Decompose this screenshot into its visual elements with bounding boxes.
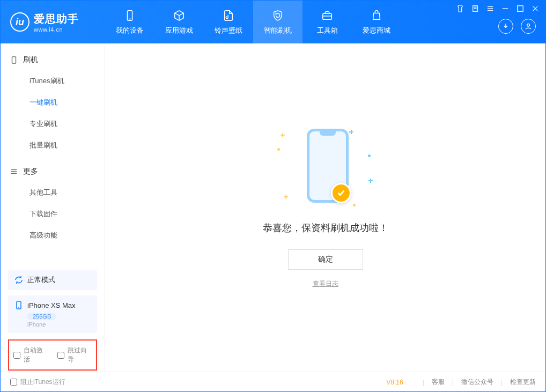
checkbox-label: 阻止iTunes运行 xyxy=(20,378,65,387)
maximize-icon[interactable] xyxy=(517,5,524,12)
device-card[interactable]: iPhone XS Max 256GB iPhone xyxy=(8,295,97,333)
window-controls xyxy=(456,5,539,12)
main-content: 恭喜您，保资料刷机成功啦！ 确定 查看日志 xyxy=(105,43,545,372)
phone-icon xyxy=(123,9,137,23)
status-bar: 阻止iTunes运行 V8.16 | 客服 | 微信公众号 | 检查更新 xyxy=(1,372,545,392)
menu-icon[interactable] xyxy=(486,5,494,12)
side-item-other-tools[interactable]: 其他工具 xyxy=(1,182,105,203)
checkbox-label: 跳过向导 xyxy=(68,346,92,364)
side-item-itunes-flash[interactable]: iTunes刷机 xyxy=(1,70,105,92)
svg-rect-15 xyxy=(12,57,16,63)
tab-toolbox[interactable]: 工具箱 xyxy=(302,1,352,43)
download-button[interactable] xyxy=(498,19,513,34)
tab-label: 爱思商城 xyxy=(363,26,390,35)
app-site: www.i4.cn xyxy=(34,26,79,33)
app-name: 爱思助手 xyxy=(34,12,79,26)
toolbox-icon xyxy=(320,9,334,23)
svg-point-14 xyxy=(527,24,530,26)
confirm-button[interactable]: 确定 xyxy=(288,249,363,270)
tab-label: 我的设备 xyxy=(116,26,144,35)
sidebar: 刷机 iTunes刷机 一键刷机 专业刷机 批量刷机 更多 其他工具 下载固件 … xyxy=(1,43,105,372)
checkbox-block-itunes[interactable]: 阻止iTunes运行 xyxy=(10,378,65,387)
flash-options-box: 自动激活 跳过向导 xyxy=(8,339,97,371)
tab-label: 应用游戏 xyxy=(165,26,193,35)
music-file-icon xyxy=(222,9,235,23)
tab-store[interactable]: 爱思商城 xyxy=(352,1,401,43)
view-log-link[interactable]: 查看日志 xyxy=(313,279,338,289)
shirt-icon[interactable] xyxy=(456,5,464,12)
checkbox-input[interactable] xyxy=(10,379,17,386)
minimize-icon[interactable] xyxy=(501,5,509,12)
side-group-title: 更多 xyxy=(23,167,38,176)
phone-small-icon xyxy=(14,301,23,309)
refresh-shield-icon xyxy=(271,9,285,23)
header-actions xyxy=(498,19,536,34)
checkbox-input[interactable] xyxy=(57,352,64,359)
cube-icon xyxy=(172,9,186,23)
mode-card[interactable]: 正常模式 xyxy=(8,270,97,290)
device-name: iPhone XS Max xyxy=(27,301,76,309)
svg-rect-11 xyxy=(518,6,523,12)
success-message: 恭喜您，保资料刷机成功啦！ xyxy=(263,221,388,234)
side-group-title: 刷机 xyxy=(23,55,38,65)
tab-apps-games[interactable]: 应用游戏 xyxy=(154,1,204,43)
tab-label: 铃声壁纸 xyxy=(215,26,242,35)
success-illustration xyxy=(277,127,374,210)
app-header: iu 爱思助手 www.i4.cn 我的设备 应用游戏 铃声壁纸 智能刷机 工具… xyxy=(1,1,545,43)
side-item-download-firmware[interactable]: 下载固件 xyxy=(1,203,105,225)
side-item-pro-flash[interactable]: 专业刷机 xyxy=(1,113,105,135)
checkmark-badge-icon xyxy=(331,183,351,203)
tab-smart-flash[interactable]: 智能刷机 xyxy=(253,1,302,43)
nav-tabs: 我的设备 应用游戏 铃声壁纸 智能刷机 工具箱 爱思商城 xyxy=(105,1,401,43)
note-icon[interactable] xyxy=(471,5,479,12)
side-group-more: 更多 xyxy=(1,164,105,182)
side-item-advanced[interactable]: 高级功能 xyxy=(1,225,105,246)
checkbox-skip-guide[interactable]: 跳过向导 xyxy=(57,346,92,364)
side-item-oneclick-flash[interactable]: 一键刷机 xyxy=(1,92,105,113)
logo-icon: iu xyxy=(10,12,29,32)
device-status-panel: 正常模式 iPhone XS Max 256GB iPhone xyxy=(8,270,97,338)
footer-link-wechat[interactable]: 微信公众号 xyxy=(461,378,493,387)
device-platform: iPhone xyxy=(27,321,91,328)
tab-my-device[interactable]: 我的设备 xyxy=(105,1,154,43)
device-icon xyxy=(10,56,18,64)
sync-icon xyxy=(14,276,23,284)
list-icon xyxy=(10,168,18,175)
checkbox-input[interactable] xyxy=(13,352,20,359)
device-capacity: 256GB xyxy=(27,313,56,320)
mode-label: 正常模式 xyxy=(27,275,55,285)
side-group-flash: 刷机 xyxy=(1,52,105,70)
bag-icon xyxy=(370,9,383,23)
version-label: V8.16 xyxy=(386,379,403,386)
svg-rect-2 xyxy=(323,13,332,19)
tab-label: 智能刷机 xyxy=(264,26,292,35)
checkbox-auto-activate[interactable]: 自动激活 xyxy=(13,346,48,364)
tab-label: 工具箱 xyxy=(317,26,338,35)
footer-link-update[interactable]: 检查更新 xyxy=(510,378,536,387)
side-item-batch-flash[interactable]: 批量刷机 xyxy=(1,135,105,156)
tab-ringtone-wallpaper[interactable]: 铃声壁纸 xyxy=(204,1,253,43)
checkbox-label: 自动激活 xyxy=(24,346,48,364)
user-button[interactable] xyxy=(521,19,536,34)
footer-link-support[interactable]: 客服 xyxy=(432,378,445,387)
close-icon[interactable] xyxy=(532,5,539,12)
app-logo: iu 爱思助手 www.i4.cn xyxy=(1,1,105,43)
